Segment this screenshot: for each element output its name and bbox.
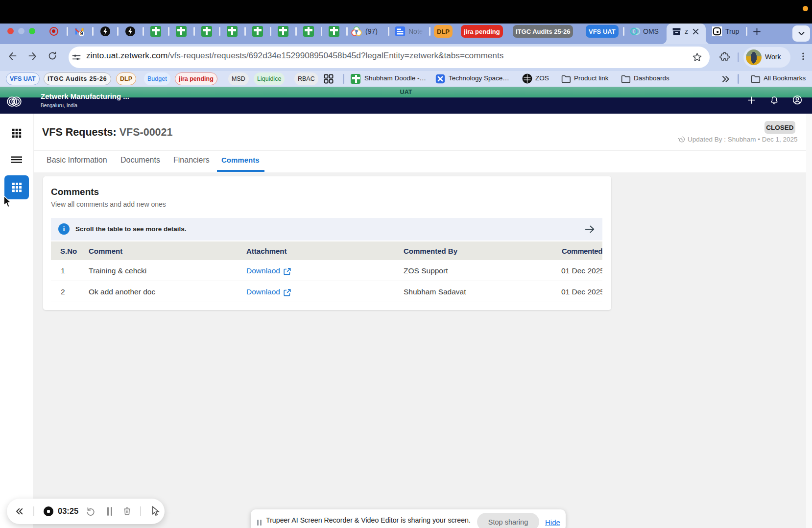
svg-text:9: 9 [80, 31, 83, 36]
